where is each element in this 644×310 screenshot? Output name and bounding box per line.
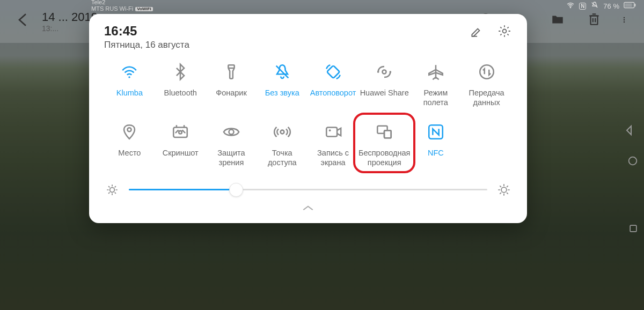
qs-label: Режим полета [410, 88, 461, 107]
qs-tile-hotspot[interactable]: Точка доступа [257, 119, 308, 169]
status-bar: Tele2 MTS RUS Wi-Fi VoWiFi N 76 % [0, 0, 644, 12]
qs-label: Bluetooth [164, 88, 197, 107]
nav-home-icon[interactable] [627, 155, 639, 170]
qs-tile-autorotate[interactable]: Автопово­рот [308, 59, 358, 109]
brightness-low-icon [105, 183, 119, 197]
svg-point-10 [570, 7, 570, 8]
cast-icon [374, 121, 395, 143]
svg-point-9 [624, 21, 625, 23]
panel-date: Пятница, 16 августа [104, 40, 469, 50]
folder-icon[interactable] [550, 12, 566, 31]
mute-icon [272, 61, 293, 83]
brightness-row [104, 183, 512, 197]
edit-tiles-icon[interactable] [469, 24, 484, 39]
svg-rect-4 [591, 16, 598, 25]
qs-tile-flashlight[interactable]: Фонарик [206, 59, 257, 109]
status-vowifi-badge: VoWiFi [135, 7, 152, 11]
quick-settings-panel: 16:45 Пятница, 16 августа KlumbaBluetoot… [89, 14, 527, 223]
qs-label: Беспроводная проекция [358, 148, 410, 167]
nav-back-icon[interactable] [623, 124, 639, 140]
data-icon [476, 61, 497, 83]
qs-label: Автопово­рот [310, 88, 356, 107]
quick-settings-grid: KlumbaBluetoothФонарикБез звукаАвтопово­… [104, 59, 512, 170]
wifi-status-icon [566, 1, 575, 11]
panel-header: 16:45 Пятница, 16 августа [104, 24, 512, 50]
qs-tile-wifi[interactable]: Klumba [104, 59, 155, 109]
more-icon[interactable] [623, 12, 629, 31]
svg-point-7 [624, 17, 625, 18]
qs-tile-screenshot[interactable]: Скриншот [155, 119, 206, 169]
panel-time: 16:45 [104, 24, 469, 39]
qs-label: NFC [428, 148, 444, 167]
qs-label: Klumba [116, 88, 143, 107]
slider-fill [129, 189, 236, 190]
qs-tile-screenrec[interactable]: Запись с экрана [308, 119, 358, 169]
qs-label: Скриншот [163, 148, 199, 167]
share-icon [374, 61, 395, 83]
svg-point-20 [501, 187, 507, 193]
record-icon [323, 121, 344, 143]
settings-gear-icon[interactable] [497, 24, 512, 39]
qs-label: Huawei Share [360, 88, 409, 107]
svg-rect-13 [635, 4, 636, 6]
qs-label: Запись с экрана [308, 148, 358, 167]
qs-label: Передача данных [461, 88, 512, 107]
qs-tile-location[interactable]: Место [104, 119, 155, 169]
svg-point-18 [503, 29, 507, 33]
slider-thumb[interactable] [229, 183, 243, 197]
mute-status-icon [590, 1, 599, 11]
eye-icon [221, 121, 242, 143]
nfc-icon [425, 121, 447, 143]
qs-label: Место [118, 148, 141, 167]
qs-tile-mute[interactable]: Без звука [257, 59, 308, 109]
brightness-high-icon [497, 183, 511, 197]
svg-point-8 [624, 19, 625, 20]
wifi-icon [119, 61, 140, 83]
svg-rect-16 [630, 225, 636, 232]
flashlight-icon [221, 61, 242, 83]
back-icon[interactable] [15, 11, 32, 32]
status-carrier2: MTS RUS Wi-Fi [91, 6, 133, 12]
nav-recents-icon[interactable] [628, 223, 639, 237]
qs-label: Без звука [265, 88, 299, 107]
qs-tile-cast[interactable]: Беспроводная проекция [358, 119, 410, 169]
qs-label: Фонарик [216, 88, 247, 107]
svg-point-19 [110, 187, 115, 192]
svg-point-15 [629, 157, 637, 165]
qs-tile-datatransfer[interactable]: Передача данных [461, 59, 512, 109]
battery-text: 76 % [603, 2, 619, 10]
qs-tile-bluetooth[interactable]: Bluetooth [155, 59, 206, 109]
battery-icon [624, 2, 636, 10]
qs-tile-eyecomfort[interactable]: Защита зрения [206, 119, 257, 169]
screenshot-icon [170, 121, 191, 143]
collapse-chevron-icon[interactable] [104, 203, 512, 215]
qs-label: Точка доступа [257, 148, 308, 167]
brightness-slider[interactable] [129, 183, 487, 196]
trash-icon[interactable] [587, 12, 601, 31]
airplane-icon [425, 61, 447, 83]
qs-tile-nfc[interactable]: NFC [410, 119, 461, 169]
qs-tile-airplane[interactable]: Режим полета [410, 59, 461, 109]
bluetooth-icon [170, 61, 191, 83]
hotspot-icon [272, 121, 293, 143]
qs-tile-huaweishare[interactable]: Huawei Share [358, 59, 410, 109]
autorotate-icon [323, 61, 344, 83]
nfc-status-icon: N [579, 3, 586, 10]
location-icon [119, 121, 140, 143]
qs-label: Защита зрения [206, 148, 257, 167]
svg-rect-14 [625, 3, 632, 7]
